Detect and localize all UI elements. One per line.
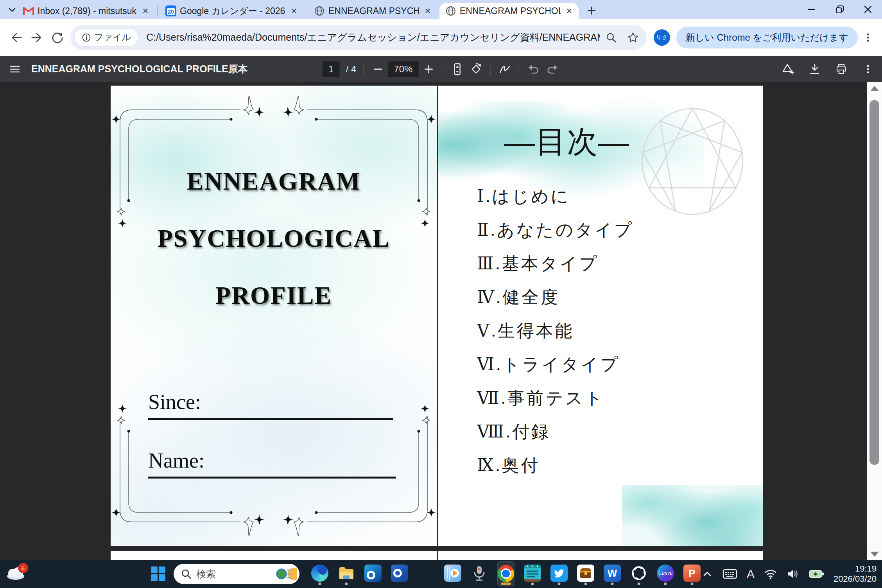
toc-item: Ⅴ.生得本能 bbox=[477, 314, 634, 348]
undo-button[interactable] bbox=[526, 62, 540, 76]
minus-icon bbox=[373, 64, 383, 74]
chrome-icon bbox=[498, 565, 514, 582]
tab-close-icon[interactable]: ✕ bbox=[140, 5, 151, 16]
start-button[interactable] bbox=[151, 566, 166, 581]
volume-icon[interactable] bbox=[787, 568, 799, 580]
pdf-page-zoom-controls: 1 / 4 70% bbox=[323, 56, 560, 82]
zoom-in-button[interactable] bbox=[421, 62, 436, 76]
taskbar-item-word[interactable]: W bbox=[604, 561, 621, 586]
forward-button[interactable] bbox=[27, 27, 47, 48]
taskbar-item-canva[interactable]: Canva bbox=[657, 561, 674, 586]
profile-avatar[interactable]: りさ bbox=[654, 29, 670, 46]
chatgpt-icon bbox=[630, 565, 647, 582]
zoom-level-input[interactable]: 70% bbox=[388, 61, 418, 77]
taskbar-item-file-explorer[interactable] bbox=[338, 561, 355, 586]
taskbar-item-outlook-classic[interactable] bbox=[391, 561, 408, 586]
search-highlight-image bbox=[274, 565, 297, 583]
taskbar-item-chrome[interactable] bbox=[497, 561, 514, 586]
ime-indicator[interactable]: A bbox=[747, 567, 755, 581]
search-icon bbox=[181, 568, 192, 579]
address-bar[interactable]: ファイル C:/Users/risa%20maeda/Documents/エニア… bbox=[70, 25, 647, 50]
tab-title: ENNEAGRAM PSYCHOLOGICAL bbox=[460, 6, 561, 16]
media-player-icon bbox=[444, 565, 461, 582]
browser-menu-button[interactable] bbox=[860, 27, 876, 48]
chrome-update-button[interactable]: 新しい Chrome をご利用いただけます bbox=[676, 27, 858, 48]
rotate-button[interactable] bbox=[469, 62, 483, 76]
download-button[interactable] bbox=[808, 62, 822, 76]
pdf-viewer[interactable]: ENNEAGRAM PSYCHOLOGICAL PROFILE Since: N… bbox=[0, 82, 882, 560]
scrollbar-thumb[interactable] bbox=[869, 100, 879, 465]
taskbar-item-voice-recorder[interactable] bbox=[471, 561, 488, 586]
taskbar-item-chatgpt[interactable] bbox=[630, 561, 647, 586]
google-calendar-icon: 20 bbox=[165, 5, 177, 17]
taskbar-item-twitter[interactable] bbox=[550, 561, 568, 586]
tab-enneagram-active[interactable]: ENNEAGRAM PSYCHOLOGICAL ✕ bbox=[439, 3, 579, 19]
minimize-button[interactable] bbox=[798, 0, 826, 19]
taskbar-item-edge[interactable] bbox=[311, 561, 328, 586]
print-button[interactable] bbox=[834, 62, 848, 76]
scroll-up-arrow-icon[interactable] bbox=[870, 86, 879, 91]
toc-item: Ⅱ.あなたのタイプ bbox=[477, 213, 634, 247]
fit-page-button[interactable] bbox=[450, 62, 464, 76]
hidden-icons-chevron[interactable] bbox=[701, 568, 713, 580]
clock-date: 2026/03/20 bbox=[834, 574, 877, 584]
viewer-scrollbar[interactable] bbox=[867, 82, 882, 560]
taskbar-item-treasure-app[interactable] bbox=[577, 561, 594, 586]
since-field: Since: bbox=[148, 390, 393, 420]
info-icon bbox=[82, 33, 91, 42]
save-to-drive-button[interactable] bbox=[781, 62, 795, 76]
page-number-input[interactable]: 1 bbox=[323, 61, 340, 77]
redo-button[interactable] bbox=[545, 62, 559, 76]
watercolor-patch bbox=[622, 485, 763, 546]
battery-icon[interactable] bbox=[808, 568, 824, 580]
scroll-down-arrow-icon[interactable] bbox=[870, 552, 879, 557]
canva-icon: Canva bbox=[657, 565, 674, 582]
taskbar-weather-widget[interactable]: 6 bbox=[5, 565, 28, 583]
url-text[interactable]: C:/Users/risa%20maeda/Documents/エニアグラムセッ… bbox=[146, 31, 600, 44]
system-tray: A 19:19 2026/03/20 bbox=[701, 560, 877, 588]
annotate-button[interactable] bbox=[497, 62, 511, 76]
taskbar-item-outlook-new[interactable] bbox=[364, 561, 382, 586]
enneagram-symbol bbox=[639, 106, 746, 217]
back-button[interactable] bbox=[6, 27, 27, 48]
plus-icon bbox=[423, 64, 434, 74]
taskbar-item-notepad[interactable] bbox=[524, 561, 541, 586]
new-tab-button[interactable] bbox=[585, 4, 598, 17]
toc-item: Ⅰ.はじめに bbox=[477, 179, 634, 213]
toc-item: Ⅳ.健全度 bbox=[477, 280, 634, 314]
powerpoint-icon: P bbox=[683, 565, 701, 582]
omnibox-actions bbox=[605, 32, 639, 43]
bookmark-star-icon[interactable] bbox=[627, 32, 639, 43]
pdf-menu-button[interactable] bbox=[7, 61, 23, 77]
tab-close-icon[interactable]: ✕ bbox=[422, 5, 433, 16]
tab-calendar[interactable]: 20 Google カレンダー - 2026年 3月 ✕ bbox=[160, 3, 303, 19]
wifi-icon[interactable] bbox=[764, 568, 777, 580]
tab-close-icon[interactable]: ✕ bbox=[564, 5, 575, 16]
globe-icon bbox=[445, 5, 457, 17]
touch-keyboard-icon[interactable] bbox=[722, 568, 737, 580]
taskbar-clock[interactable]: 19:19 2026/03/20 bbox=[834, 564, 877, 584]
taskbar-search-box[interactable]: 検索 bbox=[174, 564, 299, 584]
taskbar-item-powerpoint[interactable]: P bbox=[683, 561, 701, 586]
pdf-more-button[interactable] bbox=[861, 62, 875, 76]
restore-button[interactable] bbox=[826, 0, 854, 19]
notepad-icon bbox=[524, 565, 541, 582]
undo-icon bbox=[527, 63, 539, 75]
cover-title-line3: PROFILE bbox=[111, 267, 437, 324]
tab-gmail[interactable]: Inbox (2,789) - mitsutsuka.risa@ ✕ bbox=[17, 3, 155, 19]
reload-button[interactable] bbox=[47, 27, 67, 48]
site-info-chip[interactable]: ファイル bbox=[74, 29, 138, 47]
zoom-icon[interactable] bbox=[605, 32, 617, 43]
cover-title-line2: PSYCHOLOGICAL bbox=[111, 210, 437, 267]
screen: Inbox (2,789) - mitsutsuka.risa@ ✕ 20 Go… bbox=[0, 0, 882, 588]
taskbar-item-media-player[interactable] bbox=[444, 561, 461, 586]
globe-icon bbox=[314, 5, 325, 17]
tab-close-icon[interactable]: ✕ bbox=[289, 5, 299, 16]
zoom-out-button[interactable] bbox=[371, 62, 385, 76]
tab-enneagram-1[interactable]: ENNEAGRAM PSYCHOLOGICAL ✕ bbox=[308, 3, 437, 19]
toc-item: Ⅷ.付録 bbox=[477, 415, 634, 448]
notification-badge: 6 bbox=[18, 563, 28, 573]
tab-search-button[interactable] bbox=[6, 4, 18, 16]
arrow-left-icon bbox=[10, 31, 23, 44]
close-button[interactable] bbox=[854, 0, 882, 19]
